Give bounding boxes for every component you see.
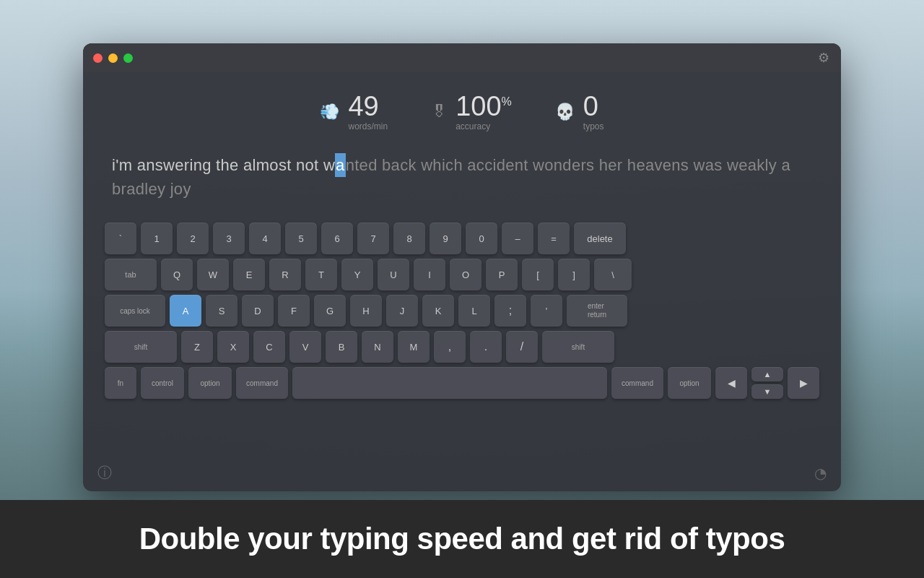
typos-label: typos <box>583 121 604 131</box>
key-4[interactable]: 4 <box>249 223 281 254</box>
key-shift-left[interactable]: shift <box>105 331 177 363</box>
bottom-icons: ⓘ ◔ <box>97 463 827 483</box>
key-command-left[interactable]: command <box>236 367 288 399</box>
key-row-3: caps lock A S D F G H J K L ; ' enterret… <box>105 295 819 327</box>
accuracy-icon: 🎖 <box>431 103 447 121</box>
key-9[interactable]: 9 <box>430 223 461 254</box>
key-u[interactable]: U <box>378 259 409 290</box>
typed-text: i'm answering the almost not w <box>112 156 335 174</box>
close-button[interactable] <box>93 53 103 63</box>
key-7[interactable]: 7 <box>357 223 389 254</box>
key-m[interactable]: M <box>398 331 430 363</box>
key-command-right[interactable]: command <box>611 367 663 399</box>
wpm-stat: 💨 49 words/min <box>320 92 388 131</box>
key-j[interactable]: J <box>386 295 418 327</box>
key-arrow-up[interactable]: ▲ <box>751 367 783 381</box>
speed-icon: 💨 <box>320 103 339 121</box>
minimize-button[interactable] <box>108 53 118 63</box>
key-row-4: shift Z X C V B N M , . / shift <box>105 331 819 363</box>
main-window: ⚙ 💨 49 words/min 🎖 100% accuracy 💀 0 typ… <box>83 43 841 491</box>
key-space[interactable] <box>292 367 607 399</box>
key-control[interactable]: control <box>141 367 184 399</box>
key-equals[interactable]: = <box>538 223 570 254</box>
key-backquote[interactable]: ` <box>105 223 136 254</box>
key-comma[interactable]: , <box>434 331 466 363</box>
key-shift-right[interactable]: shift <box>542 331 614 363</box>
key-row-2: tab Q W E R T Y U I O P [ ] \ <box>105 259 819 290</box>
key-arrow-left[interactable]: ◀ <box>715 367 747 399</box>
key-arrow-right[interactable]: ▶ <box>788 367 819 399</box>
key-x[interactable]: X <box>217 331 249 363</box>
key-q[interactable]: Q <box>161 259 193 290</box>
key-g[interactable]: G <box>314 295 346 327</box>
key-s[interactable]: S <box>206 295 237 327</box>
key-6[interactable]: 6 <box>321 223 353 254</box>
key-tab[interactable]: tab <box>105 259 157 290</box>
typos-stat: 💀 0 typos <box>555 92 604 131</box>
key-option-left[interactable]: option <box>188 367 232 399</box>
key-p[interactable]: P <box>486 259 518 290</box>
key-v[interactable]: V <box>289 331 321 363</box>
key-8[interactable]: 8 <box>393 223 425 254</box>
maximize-button[interactable] <box>123 53 133 63</box>
info-icon[interactable]: ⓘ <box>97 463 112 483</box>
accuracy-label: accuracy <box>456 121 490 131</box>
key-h[interactable]: H <box>350 295 382 327</box>
key-r[interactable]: R <box>269 259 301 290</box>
key-i[interactable]: I <box>414 259 445 290</box>
key-y[interactable]: Y <box>341 259 373 290</box>
key-rbracket[interactable]: ] <box>558 259 590 290</box>
key-w[interactable]: W <box>197 259 229 290</box>
key-d[interactable]: D <box>242 295 274 327</box>
key-f[interactable]: F <box>278 295 310 327</box>
traffic-lights <box>93 53 133 63</box>
key-0[interactable]: 0 <box>466 223 497 254</box>
key-period[interactable]: . <box>470 331 502 363</box>
key-1[interactable]: 1 <box>141 223 173 254</box>
key-z[interactable]: Z <box>181 331 213 363</box>
wpm-label: words/min <box>348 121 388 131</box>
key-delete[interactable]: delete <box>574 223 626 254</box>
key-n[interactable]: N <box>362 331 393 363</box>
key-lbracket[interactable]: [ <box>522 259 554 290</box>
key-3[interactable]: 3 <box>213 223 245 254</box>
bottom-bar: Double your typing speed and get rid of … <box>0 500 924 578</box>
key-semicolon[interactable]: ; <box>494 295 526 327</box>
key-capslock[interactable]: caps lock <box>105 295 165 327</box>
key-enter[interactable]: enterreturn <box>567 295 627 327</box>
cursor-char: a <box>335 153 346 177</box>
key-option-right[interactable]: option <box>668 367 711 399</box>
chart-icon[interactable]: ◔ <box>814 465 827 482</box>
key-slash[interactable]: / <box>506 331 538 363</box>
key-quote[interactable]: ' <box>531 295 562 327</box>
accuracy-stat: 🎖 100% accuracy <box>431 92 512 131</box>
key-t[interactable]: T <box>305 259 337 290</box>
key-2[interactable]: 2 <box>177 223 209 254</box>
key-minus[interactable]: – <box>502 223 533 254</box>
keyboard: ` 1 2 3 4 5 6 7 8 9 0 – = delete tab Q W… <box>83 215 841 413</box>
key-o[interactable]: O <box>450 259 481 290</box>
key-row-5: fn control option command command option… <box>105 367 819 399</box>
typos-icon: 💀 <box>555 103 575 121</box>
wpm-value: 49 <box>348 92 378 120</box>
key-c[interactable]: C <box>253 331 285 363</box>
settings-icon[interactable]: ⚙ <box>818 50 829 66</box>
key-l[interactable]: L <box>458 295 490 327</box>
stats-area: 💨 49 words/min 🎖 100% accuracy 💀 0 typos <box>83 72 841 146</box>
key-e[interactable]: E <box>233 259 265 290</box>
key-b[interactable]: B <box>326 331 357 363</box>
key-row-1: ` 1 2 3 4 5 6 7 8 9 0 – = delete <box>105 223 819 254</box>
accuracy-value: 100% <box>456 92 512 120</box>
key-arrow-down[interactable]: ▼ <box>751 384 783 399</box>
titlebar: ⚙ <box>83 43 841 72</box>
key-a[interactable]: A <box>170 295 201 327</box>
typos-value: 0 <box>583 92 598 120</box>
text-display: i'm answering the almost not wanted back… <box>83 146 841 215</box>
key-backslash[interactable]: \ <box>594 259 632 290</box>
key-5[interactable]: 5 <box>285 223 317 254</box>
key-k[interactable]: K <box>422 295 454 327</box>
bottom-bar-text: Double your typing speed and get rid of … <box>139 522 785 556</box>
key-fn[interactable]: fn <box>105 367 136 399</box>
